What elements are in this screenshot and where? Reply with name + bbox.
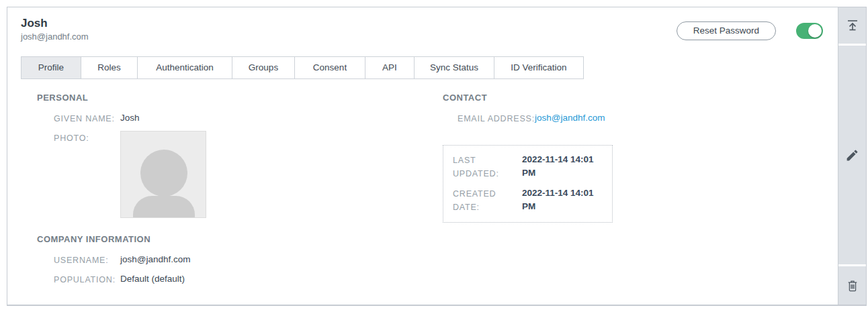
user-detail-main: Josh josh@jandhf.com Reset Password Prof… [7, 7, 838, 305]
toggle-knob [808, 24, 822, 38]
scroll-to-top-button[interactable] [838, 7, 866, 44]
action-rail [838, 7, 866, 305]
user-identity: Josh josh@jandhf.com [21, 16, 89, 43]
user-email-subtitle: josh@jandhf.com [21, 31, 89, 43]
email-value-link[interactable]: josh@jandhf.com [535, 111, 605, 125]
personal-section-title: PERSONAL [37, 93, 443, 103]
photo-placeholder [120, 131, 206, 218]
user-detail-panel: Josh josh@jandhf.com Reset Password Prof… [7, 7, 867, 306]
tab-api-label: API [382, 62, 397, 72]
profile-left-column: PERSONAL GIVEN NAME: Josh PHOTO: [37, 93, 443, 292]
delete-icon [846, 278, 859, 293]
email-row: EMAIL ADDRESS: josh@jandhf.com [443, 111, 838, 125]
user-tabs: Profile Roles Authentication Groups Cons… [21, 56, 838, 79]
contact-section-title: CONTACT [443, 93, 838, 103]
tab-groups-label: Groups [249, 62, 278, 72]
rail-top-segment [838, 7, 866, 44]
profile-tab-content: PERSONAL GIVEN NAME: Josh PHOTO: [7, 79, 838, 292]
created-date-row: CREATED DATE: 2022-11-14 14:01 PM [453, 186, 603, 214]
tab-id-verification-label: ID Verification [511, 62, 566, 72]
username-row: USERNAME: josh@jandhf.com [37, 253, 443, 267]
tab-id-verification[interactable]: ID Verification [494, 56, 584, 79]
created-date-value: 2022-11-14 14:01 PM [522, 186, 603, 213]
photo-label: PHOTO: [54, 131, 120, 145]
photo-row: PHOTO: [37, 131, 443, 229]
username-label: USERNAME: [54, 253, 120, 267]
user-header: Josh josh@jandhf.com Reset Password [7, 7, 838, 43]
last-updated-row: LAST UPDATED: 2022-11-14 14:01 PM [453, 153, 603, 180]
tab-profile[interactable]: Profile [21, 56, 81, 79]
last-updated-value: 2022-11-14 14:01 PM [522, 153, 603, 180]
rail-bottom-segment [838, 266, 866, 305]
created-date-label: CREATED DATE: [453, 186, 522, 214]
tab-roles-label: Roles [97, 62, 121, 72]
population-label: POPULATION: [54, 272, 120, 286]
reset-password-button[interactable]: Reset Password [677, 21, 776, 40]
rail-middle-segment [838, 46, 866, 264]
header-actions: Reset Password [677, 21, 823, 40]
tab-sync-status[interactable]: Sync Status [414, 56, 494, 79]
tab-roles[interactable]: Roles [81, 56, 138, 79]
tab-groups[interactable]: Groups [232, 56, 295, 79]
tab-authentication-label: Authentication [156, 62, 214, 72]
user-enabled-toggle[interactable] [796, 23, 823, 39]
tab-consent[interactable]: Consent [294, 56, 365, 79]
profile-right-column: CONTACT EMAIL ADDRESS: josh@jandhf.com L… [443, 93, 838, 292]
email-label: EMAIL ADDRESS: [458, 111, 535, 125]
tab-consent-label: Consent [313, 62, 347, 72]
tab-api[interactable]: API [365, 56, 415, 79]
edit-icon [845, 148, 859, 162]
tab-sync-status-label: Sync Status [430, 62, 478, 72]
given-name-row: GIVEN NAME: Josh [37, 111, 443, 125]
delete-user-button[interactable] [838, 266, 866, 305]
population-value: Default (default) [120, 272, 185, 286]
username-value: josh@jandhf.com [120, 253, 191, 266]
scroll-to-top-icon [845, 18, 860, 33]
given-name-value: Josh [120, 111, 140, 125]
population-row: POPULATION: Default (default) [37, 272, 443, 286]
person-silhouette-icon [121, 131, 206, 218]
user-name-title: Josh [21, 16, 89, 31]
tab-authentication[interactable]: Authentication [137, 56, 232, 79]
tab-profile-label: Profile [38, 62, 64, 72]
last-updated-label: LAST UPDATED: [453, 153, 522, 180]
given-name-label: GIVEN NAME: [54, 111, 120, 125]
user-detail-page: Josh josh@jandhf.com Reset Password Prof… [0, 0, 868, 320]
company-section-title: COMPANY INFORMATION [37, 234, 443, 245]
edit-user-button[interactable] [838, 46, 866, 264]
record-metadata-box: LAST UPDATED: 2022-11-14 14:01 PM CREATE… [443, 145, 613, 223]
